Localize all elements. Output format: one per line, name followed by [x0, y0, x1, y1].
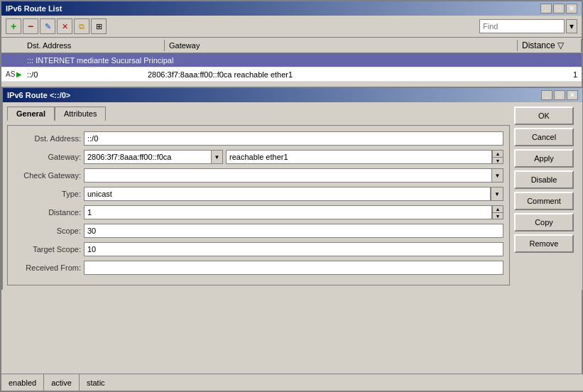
search-input[interactable] [479, 19, 565, 33]
toolbar: + − ✎ ✕ ⧉ ⊞ ▾ [1, 16, 582, 38]
inner-title-buttons: _ □ ✕ [541, 90, 578, 100]
form-area: General Attributes Dst. Address: Gateway… [7, 107, 510, 285]
status-bar: enabled active static [1, 374, 583, 391]
scope-input[interactable] [84, 224, 503, 238]
type-dropdown[interactable]: ▼ [491, 187, 503, 201]
check-gateway-label: Check Gateway: [13, 171, 81, 180]
row-gateway: 2806:3f7:8aaa:ff00::f0ca reachable ether… [143, 69, 518, 80]
check-gateway-input[interactable] [84, 168, 492, 183]
gateway-second-arrows: ▲ ▼ [492, 150, 503, 164]
dst-address-row: Dst. Address: [13, 131, 503, 146]
row-distance: 1 [518, 69, 582, 80]
scope-row: Scope: [13, 224, 503, 238]
table-group-row[interactable]: ::: INTERNET mediante Sucursal Principal [1, 53, 582, 67]
outer-minimize-button[interactable]: _ [540, 4, 552, 13]
tab-content: Dst. Address: Gateway: ▼ ▲ ▼ [7, 125, 510, 285]
distance-input[interactable] [84, 205, 492, 219]
gateway-dropdown-button[interactable]: ▼ [212, 150, 223, 164]
outer-window: IPv6 Route List _ □ ✕ + − ✎ ✕ ⧉ ⊞ ▾ Dst.… [0, 0, 583, 392]
delete-button[interactable]: ✕ [57, 18, 72, 34]
distance-up-button[interactable]: ▲ [492, 205, 503, 212]
inner-title-bar: IPv6 Route <::/0> _ □ ✕ [3, 88, 582, 102]
gateway-up-button[interactable]: ▲ [492, 150, 503, 157]
type-input[interactable] [84, 187, 491, 201]
add-button[interactable]: + [6, 18, 21, 34]
gateway-row: Gateway: ▼ ▲ ▼ [13, 150, 503, 164]
dst-address-input[interactable] [84, 131, 503, 146]
distance-arrows: ▲ ▼ [492, 205, 503, 219]
distance-label: Distance: [13, 208, 81, 217]
received-from-input[interactable] [84, 261, 503, 275]
cancel-button[interactable]: Cancel [514, 128, 574, 146]
type-row: Type: ▼ [13, 187, 503, 201]
tab-bar: General Attributes [7, 107, 510, 121]
type-label: Type: [13, 190, 81, 198]
dialog-content: General Attributes Dst. Address: Gateway… [3, 102, 582, 290]
inner-minimize-button[interactable]: _ [541, 90, 552, 100]
ok-button[interactable]: OK [514, 107, 574, 125]
flag-active: ▶ [16, 70, 22, 78]
filter-button[interactable]: ⊞ [91, 18, 107, 34]
distance-row: Distance: ▲ ▼ [13, 205, 503, 219]
disable-button[interactable]: Disable [514, 170, 574, 189]
check-gateway-row: Check Gateway: ▼ [13, 168, 503, 183]
col-header-dst: Dst. Address [23, 40, 165, 51]
remove-button[interactable]: − [23, 18, 38, 34]
sort-icon: ▽ [557, 40, 564, 50]
target-scope-input[interactable] [84, 242, 503, 256]
table-row[interactable]: AS ▶ ::/0 2806:3f7:8aaa:ff00::f0ca reach… [1, 67, 582, 82]
status-static: static [80, 374, 112, 391]
target-scope-label: Target Scope: [13, 245, 81, 254]
edit-button[interactable]: ✎ [40, 18, 55, 34]
inner-maximize-button[interactable]: □ [554, 90, 565, 100]
remove-button-dialog[interactable]: Remove [514, 234, 574, 253]
comment-button[interactable]: Comment [514, 192, 574, 210]
row-dst: ::/0 [23, 69, 143, 80]
table-header: Dst. Address Gateway Distance ▽ [1, 38, 582, 53]
distance-down-button[interactable]: ▼ [492, 212, 503, 219]
gateway-label: Gateway: [13, 153, 81, 161]
search-dropdown-button[interactable]: ▾ [566, 19, 577, 33]
target-scope-row: Target Scope: [13, 242, 503, 256]
tab-general[interactable]: General [7, 107, 55, 121]
inner-title-text: IPv6 Route <::/0> [7, 91, 70, 99]
action-buttons: OK Cancel Apply Disable Comment Copy Rem… [514, 107, 578, 285]
copy-button[interactable]: Copy [514, 213, 574, 232]
gateway-down-button[interactable]: ▼ [492, 157, 503, 164]
col-header-gw: Gateway [165, 40, 518, 51]
inner-close-button[interactable]: ✕ [567, 90, 578, 100]
row-flags: AS ▶ [1, 69, 23, 80]
status-enabled: enabled [1, 374, 44, 391]
inner-dialog: IPv6 Route <::/0> _ □ ✕ General Attribut… [1, 87, 583, 290]
col-header-dist: Distance ▽ [518, 39, 582, 52]
flag-as: AS [6, 70, 15, 78]
gateway-input[interactable] [84, 150, 212, 164]
check-gateway-dropdown[interactable]: ▼ [492, 168, 503, 183]
route-table: Dst. Address Gateway Distance ▽ ::: INTE… [1, 38, 582, 82]
copy-toolbar-button[interactable]: ⧉ [74, 18, 89, 34]
received-from-row: Received From: [13, 261, 503, 275]
tab-attributes[interactable]: Attributes [55, 107, 106, 121]
scope-label: Scope: [13, 227, 81, 235]
gateway-second-input[interactable] [226, 150, 492, 164]
received-from-label: Received From: [13, 263, 81, 272]
outer-close-button[interactable]: ✕ [566, 4, 577, 13]
outer-maximize-button[interactable]: □ [553, 4, 565, 13]
outer-title-buttons: _ □ ✕ [540, 4, 577, 13]
apply-button[interactable]: Apply [514, 149, 574, 168]
status-active: active [44, 374, 80, 391]
outer-title-text: IPv6 Route List [6, 4, 62, 13]
group-label: ::: INTERNET mediante Sucursal Principal [23, 55, 518, 66]
gateway-inputs: ▼ ▲ ▼ [84, 150, 503, 164]
dst-address-label: Dst. Address: [13, 134, 81, 143]
outer-title-bar: IPv6 Route List _ □ ✕ [1, 1, 582, 16]
